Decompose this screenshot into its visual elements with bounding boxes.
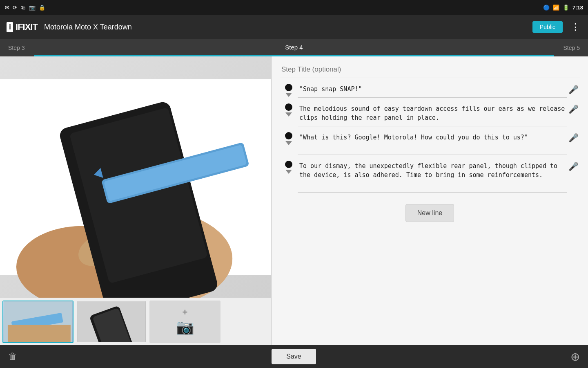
signal-icon: 📶 [553,4,559,11]
bottom-action-bar: 🗑 Save ⊕ [0,345,588,368]
image-panel: + 📷 [0,56,272,345]
bullet-row-4: To our dismay, the unexpectedly flexible… [280,159,580,193]
mic-icon-4: 🎤 [568,162,579,171]
bullet-arrow-3 [285,141,292,145]
bullet-controls-3 [280,130,298,145]
save-button[interactable]: Save [272,349,316,364]
bullet-arrow-1 [285,93,292,97]
sync-icon: ⟳ [13,4,17,11]
new-line-button[interactable]: New line [405,204,454,222]
time-display: 7:18 [572,4,583,11]
mic-button-4[interactable]: 🎤 [567,159,580,174]
public-button[interactable]: Public [532,21,563,33]
trash-icon: 🗑 [8,351,17,361]
current-step-nav[interactable]: Step 4 [34,39,553,56]
step-navigation: Step 3 Step 4 Step 5 [0,39,588,56]
bullet-arrow-2 [285,112,292,117]
thumb-image-2 [77,301,146,342]
main-image-area[interactable] [0,56,271,298]
bullet-text-2[interactable]: The melodious sound of easy teardown acc… [298,102,567,126]
mic-button-3[interactable]: 🎤 [567,130,580,145]
bullet-text-3[interactable]: "What is this? Google! Motorola! How cou… [298,130,567,155]
bag-icon: 🛍 [20,4,26,11]
main-image-placeholder [0,56,271,298]
bullet-controls-1 [280,82,298,97]
app-logo: i IFIXIT [7,22,38,32]
bullet-text-4[interactable]: To our dismay, the unexpectedly flexible… [298,159,567,193]
plus-circle-icon: ⊕ [570,350,580,363]
bullet-controls-2 [280,102,298,117]
bullet-dot-3 [285,132,292,139]
prev-step-nav[interactable]: Step 3 [0,39,34,56]
svg-rect-16 [8,325,71,342]
bullet-dot-4 [285,161,292,168]
mic-button-1[interactable]: 🎤 [567,82,580,97]
image-thumbnails: + 📷 [0,298,271,345]
camera-icon: 📷 [29,4,36,11]
battery-icon: 🔋 [563,4,569,11]
mic-icon-3: 🎤 [568,133,579,143]
add-step-button[interactable]: ⊕ [570,350,580,364]
thumbnail-1[interactable] [2,301,74,343]
bullet-row-3: "What is this? Google! Motorola! How cou… [280,130,580,155]
logo-text: IFIXIT [16,22,38,32]
logo-icon: i [7,22,13,32]
more-menu-icon[interactable]: ⋮ [569,22,581,32]
status-bar: ✉ ⟳ 🛍 📷 🔒 🔵 📶 🔋 7:18 [0,0,588,15]
teardown-image-svg [0,56,271,298]
step-title-input[interactable] [280,61,580,78]
status-icons-right: 🔵 📶 🔋 7:18 [543,4,583,11]
bullet-arrow-4 [285,170,292,174]
bullet-dot-2 [285,103,292,111]
guide-title: Motorola Moto X Teardown [44,23,526,31]
bullet-row-1: "Snap snap SNAP!" 🎤 [280,82,580,98]
bluetooth-icon: 🔵 [543,4,550,11]
bullet-text-1[interactable]: "Snap snap SNAP!" [298,82,567,98]
thumbnail-2[interactable] [76,301,147,343]
next-step-nav[interactable]: Step 5 [554,39,588,56]
mic-icon-1: 🎤 [568,85,579,94]
add-image-button[interactable]: + 📷 [149,301,220,343]
thumb-image-1 [3,301,73,342]
delete-step-button[interactable]: 🗑 [8,351,17,362]
main-content: + 📷 "Snap snap SNAP!" 🎤 The melodious so… [0,56,588,345]
step-editor-panel: "Snap snap SNAP!" 🎤 The melodious sound … [272,56,588,345]
bullet-dot-1 [285,84,292,91]
camera-add-icon: 📷 [176,319,194,336]
mic-button-2[interactable]: 🎤 [567,102,580,117]
app-header: i IFIXIT Motorola Moto X Teardown Public… [0,15,588,39]
bullet-row-2: The melodious sound of easy teardown acc… [280,102,580,126]
mail-icon: ✉ [5,4,9,11]
plus-icon: + [183,308,188,317]
lock-icon: 🔒 [39,4,45,11]
bullet-controls-4 [280,159,298,174]
mic-icon-2: 🎤 [568,104,579,114]
status-icons-left: ✉ ⟳ 🛍 📷 🔒 [5,4,45,11]
